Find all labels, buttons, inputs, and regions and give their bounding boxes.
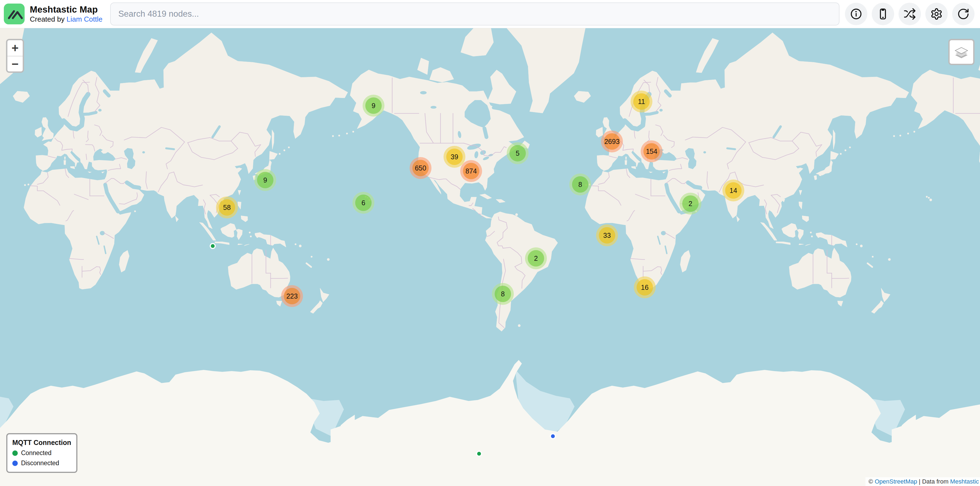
app-header: Meshtastic Map Created byLiam Cottle <box>0 0 980 28</box>
shuffle-icon <box>904 8 916 20</box>
cluster-count: 6 <box>361 199 365 207</box>
layers-icon <box>953 44 969 60</box>
cluster-count: 14 <box>730 186 737 194</box>
copyright-text: © <box>869 478 875 485</box>
cluster-count: 8 <box>578 181 582 188</box>
cluster-marker[interactable]: 9 <box>363 95 385 116</box>
cluster-marker[interactable]: 6 <box>352 192 374 214</box>
zoom-control: + − <box>6 39 24 73</box>
refresh-button[interactable] <box>952 3 975 25</box>
cluster-marker[interactable]: 2 <box>679 193 702 215</box>
cluster-count: 16 <box>641 284 649 292</box>
connected-status-dot-icon <box>12 451 18 456</box>
legend-item: Disconnected <box>12 459 72 467</box>
connected-node-marker[interactable] <box>210 243 216 249</box>
mobile-device-icon <box>877 8 889 20</box>
legend-item-label: Connected <box>21 449 51 457</box>
openstreetmap-link[interactable]: OpenStreetMap <box>875 478 917 485</box>
cluster-marker[interactable]: 874 <box>460 160 482 182</box>
title-block: Meshtastic Map Created byLiam Cottle <box>30 5 103 24</box>
connected-node-marker[interactable] <box>476 451 482 457</box>
cluster-count: 9 <box>263 176 267 184</box>
legend-title: MQTT Connection <box>12 439 72 446</box>
legend-item-label: Disconnected <box>21 459 59 467</box>
author-link[interactable]: Liam Cottle <box>67 15 103 23</box>
zoom-in-button[interactable]: + <box>7 40 23 56</box>
zoom-out-button[interactable]: − <box>7 56 23 72</box>
disconnected-status-dot-icon <box>12 461 18 466</box>
page-title: Meshtastic Map <box>30 5 103 15</box>
cluster-marker[interactable]: 9 <box>254 169 276 191</box>
cluster-count: 650 <box>415 164 426 172</box>
header-toolbar <box>845 3 975 25</box>
map-canvas[interactable]: 911269315439565087498146258332168223 + −… <box>0 0 980 486</box>
layers-control-button[interactable] <box>948 39 975 65</box>
cluster-marker[interactable]: 16 <box>634 276 656 298</box>
mqtt-connection-legend: MQTT Connection ConnectedDisconnected <box>6 433 77 473</box>
cluster-marker[interactable]: 154 <box>641 140 663 162</box>
map-attribution: © OpenStreetMap | Data from Meshtastic <box>865 477 980 486</box>
legend-item: Connected <box>12 449 72 457</box>
cluster-count: 154 <box>646 148 657 155</box>
info-button[interactable] <box>845 3 867 25</box>
meshtastic-logo-icon <box>4 3 25 24</box>
byline-prefix: Created by <box>30 15 65 23</box>
cluster-count: 2 <box>534 255 538 263</box>
cluster-count: 33 <box>603 231 611 239</box>
info-icon <box>850 8 862 20</box>
cluster-count: 5 <box>516 150 520 157</box>
mobile-device-button[interactable] <box>872 3 894 25</box>
cluster-marker[interactable]: 223 <box>281 285 303 307</box>
cluster-count: 223 <box>286 292 298 300</box>
disconnected-node-marker[interactable] <box>550 433 556 439</box>
cluster-count: 2693 <box>604 138 620 146</box>
settings-gear-button[interactable] <box>925 3 948 25</box>
search-wrap <box>110 2 840 25</box>
cluster-marker[interactable]: 8 <box>492 283 514 305</box>
cluster-count: 2 <box>689 200 692 208</box>
cluster-count: 58 <box>223 204 231 212</box>
cluster-count: 9 <box>372 102 375 110</box>
cluster-marker[interactable]: 2 <box>525 247 547 269</box>
refresh-icon <box>957 8 970 20</box>
cluster-marker[interactable]: 650 <box>410 157 431 179</box>
cluster-marker[interactable]: 14 <box>722 180 744 201</box>
cluster-marker[interactable]: 8 <box>569 174 591 195</box>
marker-layer: 911269315439565087498146258332168223 <box>0 0 980 486</box>
byline: Created byLiam Cottle <box>30 15 103 24</box>
cluster-count: 874 <box>465 167 477 175</box>
cluster-marker[interactable]: 11 <box>630 91 652 113</box>
search-input[interactable] <box>110 2 840 25</box>
cluster-marker[interactable]: 33 <box>596 225 618 246</box>
settings-gear-icon <box>930 8 943 20</box>
cluster-count: 39 <box>450 153 458 161</box>
cluster-marker[interactable]: 5 <box>507 142 528 164</box>
cluster-count: 8 <box>501 290 505 298</box>
cluster-count: 11 <box>638 98 645 106</box>
shuffle-button[interactable] <box>899 3 921 25</box>
meshtastic-link[interactable]: Meshtastic <box>950 478 979 485</box>
attribution-separator: | Data from <box>917 478 950 485</box>
cluster-marker[interactable]: 58 <box>216 196 238 218</box>
cluster-marker[interactable]: 2693 <box>601 131 623 153</box>
